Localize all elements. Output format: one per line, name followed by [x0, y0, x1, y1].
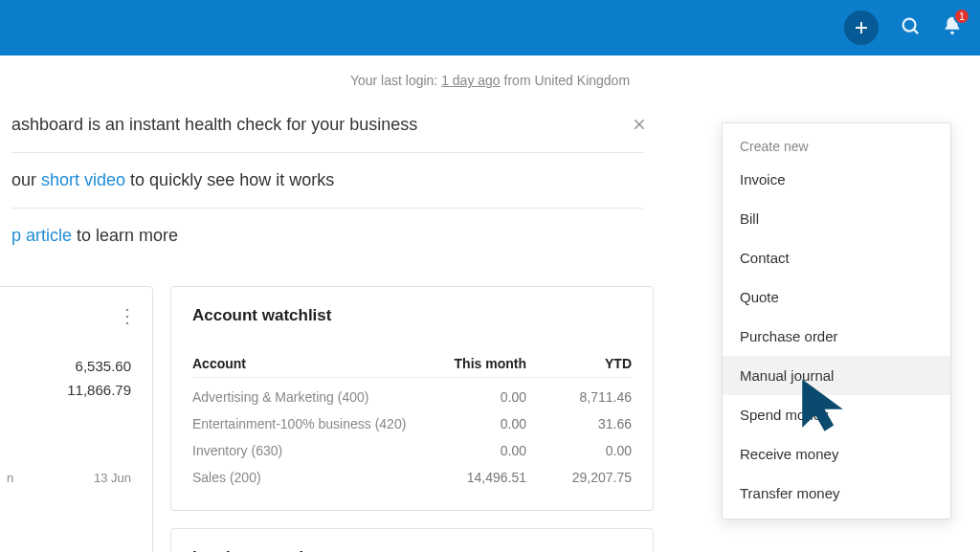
dropdown-item-bill[interactable]: Bill — [723, 199, 950, 238]
plus-icon — [853, 19, 870, 36]
search-button[interactable] — [900, 15, 921, 40]
last-login-link[interactable]: 1 day ago — [441, 73, 501, 88]
bank-row: ce (16 Jun) 11,866.79 — [0, 378, 131, 402]
table-row[interactable]: Inventory (630) 0.00 0.00 — [192, 437, 632, 464]
table-row[interactable]: Advertising & Marketing (400) 0.00 8,711… — [192, 384, 632, 410]
invoices-owed-card: Invoices owed to you — [170, 528, 654, 552]
watchlist-title: Account watchlist — [192, 306, 632, 325]
svg-point-2 — [903, 19, 916, 32]
dropdown-item-manual-journal[interactable]: Manual journal — [723, 356, 950, 395]
balance-statement-value: 11,866.79 — [67, 382, 131, 398]
bank-stats: nce in Xero 6,535.60 ce (16 Jun) 11,866.… — [0, 354, 131, 402]
welcome-line-1: ashboard is an instant health check for … — [11, 98, 643, 153]
bank-card: ⋮ nce in Xero 6,535.60 ce (16 Jun) 11,86… — [0, 286, 153, 552]
welcome-line-3: p article to learn more — [11, 209, 643, 263]
table-row[interactable]: Sales (200) 14,496.51 29,207.75 — [192, 464, 632, 491]
notification-badge: 1 — [953, 8, 970, 25]
search-icon — [900, 15, 921, 36]
last-login-suffix: from United Kingdom — [501, 73, 630, 88]
top-header: 1 — [0, 0, 980, 55]
sparkline-chart: n 13 Jun — [0, 436, 131, 485]
sparkline-dates: n 13 Jun — [7, 471, 131, 485]
last-login-prefix: Your last login: — [350, 73, 441, 88]
notifications-button[interactable]: 1 — [942, 15, 963, 40]
short-video-link[interactable]: short video — [41, 170, 125, 189]
dropdown-item-receive-money[interactable]: Receive money — [723, 434, 950, 474]
bank-row: nce in Xero 6,535.60 — [0, 354, 131, 378]
create-new-button[interactable] — [844, 11, 879, 45]
watchlist-header-row: Account This month YTD — [192, 350, 632, 378]
table-row[interactable]: Entertainment-100% business (420) 0.00 3… — [192, 410, 632, 437]
dropdown-item-invoice[interactable]: Invoice — [723, 160, 950, 199]
help-article-link[interactable]: p article — [11, 226, 72, 245]
card-menu-button[interactable]: ⋮ — [118, 304, 137, 327]
balance-xero-value: 6,535.60 — [76, 358, 131, 374]
create-new-dropdown: Create new Invoice Bill Contact Quote Pu… — [722, 122, 951, 519]
last-login-text: Your last login: 1 day ago from United K… — [0, 73, 980, 88]
svg-point-4 — [950, 32, 954, 35]
dropdown-item-purchase-order[interactable]: Purchase order — [723, 317, 950, 356]
dropdown-item-quote[interactable]: Quote — [723, 277, 950, 317]
dropdown-item-contact[interactable]: Contact — [723, 238, 950, 277]
dropdown-header: Create new — [723, 129, 950, 160]
svg-line-3 — [914, 30, 919, 34]
close-icon — [632, 117, 647, 132]
invoices-title: Invoices owed to you — [192, 548, 632, 552]
close-welcome-button[interactable] — [626, 111, 653, 138]
dropdown-item-transfer-money[interactable]: Transfer money — [723, 474, 950, 513]
dropdown-item-spend-money[interactable]: Spend money — [723, 395, 950, 434]
welcome-banner: ashboard is an instant health check for … — [11, 98, 643, 263]
welcome-line-2: our short video to quickly see how it wo… — [11, 153, 643, 209]
page-content: Your last login: 1 day ago from United K… — [0, 55, 980, 552]
account-watchlist-card: Account watchlist Account This month YTD… — [170, 286, 654, 511]
watchlist-table: Account This month YTD Advertising & Mar… — [192, 350, 632, 491]
